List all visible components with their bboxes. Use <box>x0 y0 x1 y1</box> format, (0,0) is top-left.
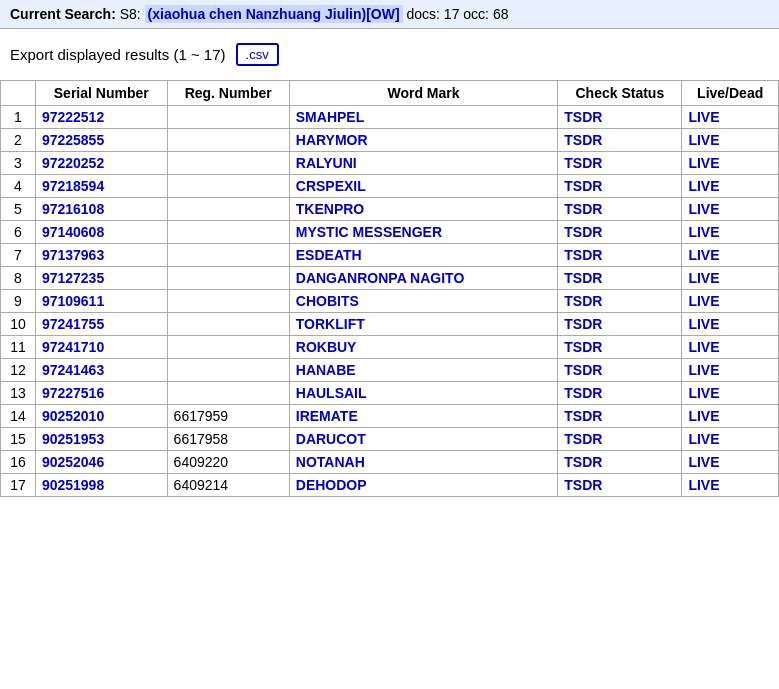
cell-word-mark[interactable]: ROKBUY <box>289 336 557 359</box>
word-mark-link[interactable]: MYSTIC MESSENGER <box>296 224 442 240</box>
serial-number-link[interactable]: 97137963 <box>42 247 104 263</box>
serial-number-link[interactable]: 97222512 <box>42 109 104 125</box>
cell-word-mark[interactable]: MYSTIC MESSENGER <box>289 221 557 244</box>
serial-number-link[interactable]: 97241755 <box>42 316 104 332</box>
check-status-link[interactable]: TSDR <box>564 293 602 309</box>
cell-word-mark[interactable]: HARYMOR <box>289 129 557 152</box>
cell-serial-number[interactable]: 97241710 <box>35 336 167 359</box>
word-mark-link[interactable]: IREMATE <box>296 408 358 424</box>
cell-check-status[interactable]: TSDR <box>558 175 682 198</box>
cell-check-status[interactable]: TSDR <box>558 451 682 474</box>
word-mark-link[interactable]: DARUCOT <box>296 431 366 447</box>
cell-serial-number[interactable]: 90251998 <box>35 474 167 497</box>
check-status-link[interactable]: TSDR <box>564 339 602 355</box>
check-status-link[interactable]: TSDR <box>564 408 602 424</box>
word-mark-link[interactable]: HANABE <box>296 362 356 378</box>
check-status-link[interactable]: TSDR <box>564 316 602 332</box>
serial-number-link[interactable]: 97109611 <box>42 293 104 309</box>
cell-check-status[interactable]: TSDR <box>558 244 682 267</box>
serial-number-link[interactable]: 90252046 <box>42 454 104 470</box>
serial-number-link[interactable]: 97227516 <box>42 385 104 401</box>
word-mark-link[interactable]: NOTANAH <box>296 454 365 470</box>
word-mark-link[interactable]: TKENPRO <box>296 201 364 217</box>
cell-check-status[interactable]: TSDR <box>558 152 682 175</box>
word-mark-link[interactable]: RALYUNI <box>296 155 357 171</box>
cell-check-status[interactable]: TSDR <box>558 405 682 428</box>
cell-check-status[interactable]: TSDR <box>558 106 682 129</box>
cell-word-mark[interactable]: DARUCOT <box>289 428 557 451</box>
cell-serial-number[interactable]: 97218594 <box>35 175 167 198</box>
check-status-link[interactable]: TSDR <box>564 385 602 401</box>
check-status-link[interactable]: TSDR <box>564 477 602 493</box>
cell-word-mark[interactable]: HAULSAIL <box>289 382 557 405</box>
check-status-link[interactable]: TSDR <box>564 247 602 263</box>
cell-word-mark[interactable]: HANABE <box>289 359 557 382</box>
cell-word-mark[interactable]: CRSPEXIL <box>289 175 557 198</box>
cell-check-status[interactable]: TSDR <box>558 382 682 405</box>
check-status-link[interactable]: TSDR <box>564 454 602 470</box>
cell-serial-number[interactable]: 97140608 <box>35 221 167 244</box>
cell-serial-number[interactable]: 90252046 <box>35 451 167 474</box>
cell-check-status[interactable]: TSDR <box>558 336 682 359</box>
check-status-link[interactable]: TSDR <box>564 224 602 240</box>
cell-word-mark[interactable]: DEHODOP <box>289 474 557 497</box>
cell-serial-number[interactable]: 97241463 <box>35 359 167 382</box>
cell-check-status[interactable]: TSDR <box>558 474 682 497</box>
serial-number-link[interactable]: 90251998 <box>42 477 104 493</box>
word-mark-link[interactable]: DEHODOP <box>296 477 367 493</box>
serial-number-link[interactable]: 97225855 <box>42 132 104 148</box>
cell-check-status[interactable]: TSDR <box>558 221 682 244</box>
word-mark-link[interactable]: HAULSAIL <box>296 385 367 401</box>
cell-word-mark[interactable]: NOTANAH <box>289 451 557 474</box>
cell-serial-number[interactable]: 97220252 <box>35 152 167 175</box>
cell-word-mark[interactable]: SMAHPEL <box>289 106 557 129</box>
cell-serial-number[interactable]: 97241755 <box>35 313 167 336</box>
word-mark-link[interactable]: HARYMOR <box>296 132 368 148</box>
cell-check-status[interactable]: TSDR <box>558 359 682 382</box>
cell-check-status[interactable]: TSDR <box>558 290 682 313</box>
word-mark-link[interactable]: TORKLIFT <box>296 316 365 332</box>
cell-serial-number[interactable]: 97137963 <box>35 244 167 267</box>
check-status-link[interactable]: TSDR <box>564 155 602 171</box>
csv-export-button[interactable]: .csv <box>236 43 279 66</box>
cell-check-status[interactable]: TSDR <box>558 267 682 290</box>
word-mark-link[interactable]: CRSPEXIL <box>296 178 366 194</box>
word-mark-link[interactable]: CHOBITS <box>296 293 359 309</box>
cell-serial-number[interactable]: 90251953 <box>35 428 167 451</box>
word-mark-link[interactable]: ROKBUY <box>296 339 357 355</box>
serial-number-link[interactable]: 97140608 <box>42 224 104 240</box>
cell-check-status[interactable]: TSDR <box>558 129 682 152</box>
serial-number-link[interactable]: 90252010 <box>42 408 104 424</box>
serial-number-link[interactable]: 97241463 <box>42 362 104 378</box>
check-status-link[interactable]: TSDR <box>564 362 602 378</box>
check-status-link[interactable]: TSDR <box>564 270 602 286</box>
serial-number-link[interactable]: 97127235 <box>42 270 104 286</box>
cell-serial-number[interactable]: 97216108 <box>35 198 167 221</box>
check-status-link[interactable]: TSDR <box>564 178 602 194</box>
cell-serial-number[interactable]: 97225855 <box>35 129 167 152</box>
check-status-link[interactable]: TSDR <box>564 109 602 125</box>
cell-word-mark[interactable]: RALYUNI <box>289 152 557 175</box>
cell-serial-number[interactable]: 97109611 <box>35 290 167 313</box>
cell-check-status[interactable]: TSDR <box>558 313 682 336</box>
check-status-link[interactable]: TSDR <box>564 132 602 148</box>
cell-check-status[interactable]: TSDR <box>558 198 682 221</box>
cell-word-mark[interactable]: CHOBITS <box>289 290 557 313</box>
cell-check-status[interactable]: TSDR <box>558 428 682 451</box>
cell-word-mark[interactable]: IREMATE <box>289 405 557 428</box>
check-status-link[interactable]: TSDR <box>564 201 602 217</box>
serial-number-link[interactable]: 90251953 <box>42 431 104 447</box>
cell-word-mark[interactable]: DANGANRONPA NAGITO <box>289 267 557 290</box>
cell-word-mark[interactable]: ESDEATH <box>289 244 557 267</box>
check-status-link[interactable]: TSDR <box>564 431 602 447</box>
cell-serial-number[interactable]: 90252010 <box>35 405 167 428</box>
word-mark-link[interactable]: ESDEATH <box>296 247 362 263</box>
cell-serial-number[interactable]: 97127235 <box>35 267 167 290</box>
serial-number-link[interactable]: 97216108 <box>42 201 104 217</box>
cell-word-mark[interactable]: TORKLIFT <box>289 313 557 336</box>
serial-number-link[interactable]: 97218594 <box>42 178 104 194</box>
cell-serial-number[interactable]: 97222512 <box>35 106 167 129</box>
word-mark-link[interactable]: DANGANRONPA NAGITO <box>296 270 465 286</box>
cell-serial-number[interactable]: 97227516 <box>35 382 167 405</box>
cell-word-mark[interactable]: TKENPRO <box>289 198 557 221</box>
